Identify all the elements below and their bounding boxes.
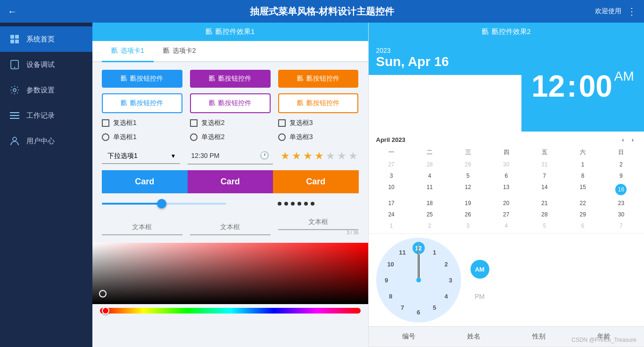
cal-cell[interactable]: 15 <box>564 182 602 198</box>
cal-cell[interactable]: 2 <box>602 159 640 170</box>
btn-orange-outline[interactable]: 㔲 㔲按钮控件 <box>278 93 359 113</box>
tab-1[interactable]: 㔲 选项卡1 <box>102 41 154 62</box>
cal-cell[interactable]: 7 <box>525 170 563 182</box>
tab-2-label: 选项卡2 <box>173 47 196 55</box>
cal-cell[interactable]: 6 <box>564 220 602 231</box>
sidebar-item-params[interactable]: 参数设置 <box>0 77 92 103</box>
textfield-1[interactable] <box>102 219 182 235</box>
slider-thumb[interactable] <box>157 199 166 208</box>
sidebar-item-home[interactable]: 系统首页 <box>0 26 92 52</box>
cal-cell[interactable]: 14 <box>525 182 563 198</box>
cal-cell[interactable]: 12 <box>449 182 487 198</box>
hue-thumb[interactable] <box>102 307 109 314</box>
cal-cell[interactable]: 4 <box>487 220 525 231</box>
cal-cell[interactable]: 8 <box>564 170 602 182</box>
btn-blue-outline[interactable]: 㔲 㔲按钮控件 <box>102 93 182 113</box>
star-7[interactable]: ★ <box>348 150 358 162</box>
cal-cell[interactable]: 25 <box>411 209 449 220</box>
cal-cell[interactable]: 28 <box>411 159 449 170</box>
dot-2 <box>284 202 288 206</box>
checkbox-3[interactable]: 复选框3 <box>278 119 359 127</box>
cal-cell[interactable]: 26 <box>449 209 487 220</box>
sidebar-item-work[interactable]: 工作记录 <box>0 103 92 128</box>
sidebar-item-device[interactable]: 设备调试 <box>0 52 92 77</box>
card-orange[interactable]: Card <box>273 170 359 193</box>
color-gradient[interactable] <box>92 243 368 304</box>
textfield-2[interactable] <box>190 219 271 235</box>
grid-icon <box>9 34 20 44</box>
cal-cell[interactable]: 19 <box>449 198 487 209</box>
cal-cell[interactable]: 28 <box>525 209 563 220</box>
cal-cell[interactable]: 17 <box>372 198 411 209</box>
svg-rect-2 <box>10 40 14 43</box>
cal-cell[interactable]: 13 <box>487 182 525 198</box>
radio-circle-2 <box>190 133 198 141</box>
cal-today[interactable]: 16 <box>602 182 640 198</box>
textfield-3[interactable] <box>278 214 359 230</box>
color-picker[interactable] <box>92 243 368 347</box>
cal-cell[interactable]: 23 <box>602 198 640 209</box>
star-6[interactable]: ★ <box>337 150 347 162</box>
cal-next-button[interactable]: › <box>629 135 636 144</box>
cal-cell[interactable]: 6 <box>487 170 525 182</box>
checkbox-2[interactable]: 复选框2 <box>190 119 271 127</box>
radio-2[interactable]: 单选框2 <box>190 133 271 141</box>
cal-cell[interactable]: 1 <box>372 220 411 231</box>
cal-cell[interactable]: 29 <box>449 159 487 170</box>
cal-cell[interactable]: 2 <box>411 220 449 231</box>
hue-slider[interactable] <box>100 308 361 314</box>
cal-cell[interactable]: 10 <box>372 182 411 198</box>
cal-prev-button[interactable]: ‹ <box>619 135 627 144</box>
cal-cell[interactable]: 30 <box>487 159 525 170</box>
clock-hour: 12 <box>531 69 565 104</box>
cal-cell[interactable]: 27 <box>372 159 411 170</box>
cal-cell[interactable]: 24 <box>372 209 411 220</box>
right-panel-title: 㔲控件效果2 <box>492 27 531 36</box>
sidebar-item-user[interactable]: 用户中心 <box>0 128 92 154</box>
cal-cell[interactable]: 31 <box>525 159 563 170</box>
cal-cell[interactable]: 4 <box>411 170 449 182</box>
cal-cell[interactable]: 1 <box>564 159 602 170</box>
star-3[interactable]: ★ <box>303 150 313 162</box>
dropdown-select[interactable]: 下拉选项1 <box>102 148 180 164</box>
radio-circle-3 <box>278 133 286 141</box>
radio-1[interactable]: 单选框1 <box>102 133 182 141</box>
btn-orange-filled[interactable]: 㔲 㔲按钮控件 <box>278 70 359 88</box>
cal-cell[interactable]: 11 <box>411 182 449 198</box>
cal-cell[interactable]: 3 <box>372 170 411 182</box>
calendar-section: 2023 Sun, Apr 16 <box>369 41 522 132</box>
cal-cell[interactable]: 30 <box>602 209 640 220</box>
pm-label[interactable]: PM <box>475 293 485 300</box>
cal-cell[interactable]: 5 <box>449 170 487 182</box>
cal-cell[interactable]: 3 <box>449 220 487 231</box>
cal-cell[interactable]: 9 <box>602 170 640 182</box>
btn-purple-filled[interactable]: 㔲 㔲按钮控件 <box>190 70 271 88</box>
btn-blue-filled[interactable]: 㔲 㔲按钮控件 <box>102 70 182 88</box>
time-picker-wrap[interactable]: 12:30 PM 🕐 <box>188 147 273 165</box>
cal-grid: 一 二 三 四 五 六 日 27 28 29 30 31 1 2 3 <box>372 146 641 231</box>
star-rating[interactable]: ★ ★ ★ ★ ★ ★ ★ <box>281 150 359 162</box>
cal-cell[interactable]: 22 <box>564 198 602 209</box>
cal-cell[interactable]: 20 <box>487 198 525 209</box>
card-purple[interactable]: Card <box>188 170 273 193</box>
tab-2[interactable]: 㔲 选项卡2 <box>154 41 206 62</box>
card-blue[interactable]: Card <box>102 170 188 193</box>
checkbox-1[interactable]: 复选框1 <box>102 119 182 127</box>
btn-purple-outline[interactable]: 㔲 㔲按钮控件 <box>190 93 271 113</box>
cal-cell[interactable]: 5 <box>525 220 563 231</box>
star-1[interactable]: ★ <box>281 150 290 162</box>
ampm-section: AM PM <box>471 255 489 305</box>
menu-icon[interactable]: ⋮ <box>627 6 636 17</box>
cal-cell[interactable]: 27 <box>487 209 525 220</box>
slider-fill <box>102 203 164 205</box>
star-5[interactable]: ★ <box>326 150 335 162</box>
cal-cell[interactable]: 18 <box>411 198 449 209</box>
radio-3[interactable]: 单选框3 <box>278 133 359 141</box>
star-2[interactable]: ★ <box>292 150 301 162</box>
cal-cell[interactable]: 21 <box>525 198 563 209</box>
back-button[interactable]: ← <box>8 6 17 17</box>
cal-cell[interactable]: 29 <box>564 209 602 220</box>
am-button[interactable]: AM <box>471 260 489 279</box>
cal-cell[interactable]: 7 <box>602 220 640 231</box>
star-4[interactable]: ★ <box>314 150 324 162</box>
